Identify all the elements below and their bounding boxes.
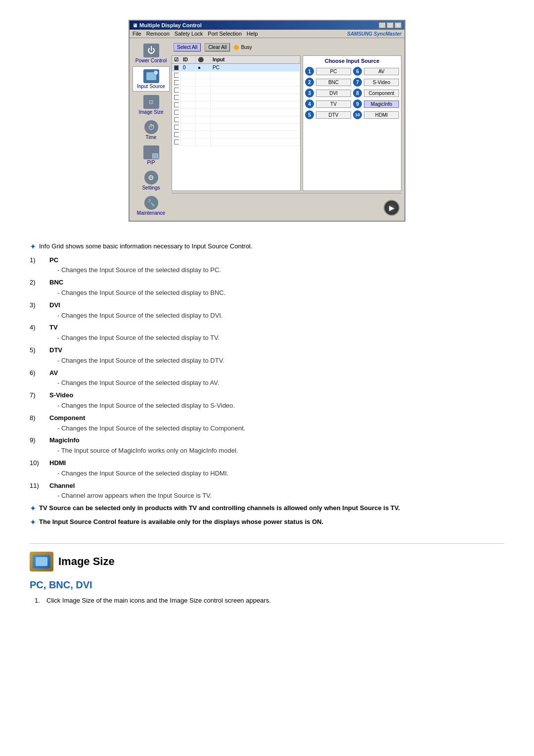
minimize-button[interactable]: _ (379, 22, 386, 28)
input-btn-dvi[interactable]: 3 DVI (305, 89, 351, 97)
input-btn-magicinfo[interactable]: 9 MagicInfo (353, 99, 399, 108)
input-label-tv[interactable]: TV (316, 100, 351, 108)
sidebar-label-power: Power Control (135, 58, 167, 63)
input-label-hdmi[interactable]: HDMI (364, 111, 399, 119)
sidebar-item-maintenance[interactable]: 🔧 Maintenance (133, 193, 170, 218)
table-row[interactable]: 0 ● PC (172, 64, 300, 72)
menu-safety-lock[interactable]: Safety Lock (175, 31, 203, 37)
input-num-10: 10 (353, 110, 362, 119)
doc-item-num: 1) (30, 255, 49, 276)
busy-dot (234, 45, 239, 50)
input-label-component[interactable]: Component (364, 90, 399, 97)
note-text: TV Source can be selected only in produc… (39, 503, 400, 514)
sidebar-item-pip[interactable]: PIP (133, 143, 170, 167)
doc-item-content: DVI - Changes the Input Source of the se… (49, 300, 504, 321)
input-btn-pc[interactable]: 1 PC (305, 67, 351, 76)
doc-items: 1) PC - Changes the Input Source of the … (30, 255, 504, 502)
input-label-svideo[interactable]: S-Video (364, 79, 399, 86)
icon-inner (33, 555, 50, 568)
input-label-av[interactable]: AV (364, 68, 399, 75)
title-bar: 🖥 Multiple Display Control _ □ × (130, 21, 404, 30)
doc-item-desc: - The Input source of MagicInfo works on… (49, 446, 504, 456)
step-1: 1. Click Image Size of the main icons an… (30, 597, 504, 604)
star-icon: ✦ (30, 502, 36, 515)
doc-item-content: AV - Changes the Input Source of the sel… (49, 368, 504, 389)
input-btn-dtv[interactable]: 5 DTV (305, 110, 351, 119)
col-id: ID (181, 56, 196, 63)
row-checkbox[interactable] (172, 64, 181, 71)
icon-screen (36, 557, 47, 566)
doc-item-num: 4) (30, 323, 49, 343)
input-btn-component[interactable]: 8 Component (353, 89, 399, 97)
table-row (172, 116, 300, 124)
app-screenshot: 🖥 Multiple Display Control _ □ × File Re… (129, 20, 405, 222)
input-label-dvi[interactable]: DVI (316, 90, 351, 97)
input-btn-hdmi[interactable]: 10 HDMI (353, 110, 399, 119)
image-size-title: Image Size (58, 555, 115, 568)
main-content: Select All Clear All Busy ☑ ID ⚫ Input (172, 41, 401, 218)
input-btn-tv[interactable]: 4 TV (305, 99, 351, 108)
doc-item-content: Channel - Channel arrow appears when the… (49, 481, 504, 502)
busy-label: Busy (241, 45, 252, 50)
input-label-magicinfo[interactable]: MagicInfo (364, 100, 399, 108)
doc-item-content: BNC - Changes the Input Source of the se… (49, 278, 504, 298)
input-btn-svideo[interactable]: 7 S-Video (353, 78, 399, 87)
input-num-3: 3 (305, 89, 314, 97)
input-label-bnc[interactable]: BNC (316, 79, 351, 86)
doc-item-content: DTV - Changes the Input Source of the se… (49, 345, 504, 366)
menu-file[interactable]: File (133, 31, 141, 37)
input-num-1: 1 (305, 67, 314, 76)
menu-remocon[interactable]: Remocon (146, 31, 170, 37)
input-label-pc[interactable]: PC (316, 68, 351, 75)
sidebar-item-settings[interactable]: ⚙ Settings (133, 168, 170, 192)
apply-button[interactable]: ▶ (384, 200, 400, 216)
doc-item-content: HDMI - Changes the Input Source of the s… (49, 458, 504, 479)
maximize-button[interactable]: □ (387, 22, 394, 28)
col-checkbox: ☑ (172, 56, 181, 63)
pip-icon (142, 145, 160, 160)
doc-item-num: 11) (30, 481, 49, 502)
doc-note-2: ✦ The Input Source Control feature is av… (30, 517, 504, 529)
input-label-dtv[interactable]: DTV (316, 111, 351, 119)
input-source-panel: Choose Input Source 1 PC 6 AV (303, 55, 401, 191)
input-source-title: Choose Input Source (305, 58, 399, 64)
table-row (172, 124, 300, 131)
star-icon: ✦ (30, 516, 36, 529)
table-row (172, 109, 300, 116)
sidebar-item-power-control[interactable]: ⏻ Power Control (133, 41, 170, 65)
input-num-6: 6 (353, 67, 362, 76)
menu-port-selection[interactable]: Port Selection (208, 31, 241, 37)
sidebar-item-input-source[interactable]: Input Source (133, 66, 170, 92)
select-all-button[interactable]: Select All (174, 43, 201, 51)
time-icon: ⏱ (142, 120, 160, 135)
doc-item-desc: - Changes the Input Source of the select… (49, 356, 504, 366)
doc-item-5: 5) DTV - Changes the Input Source of the… (30, 345, 504, 366)
sidebar: ⏻ Power Control Input Source ⊡ Image Siz… (133, 41, 170, 218)
doc-item-num: 5) (30, 345, 49, 366)
table-row (172, 101, 300, 109)
doc-item-desc: - Changes the Input Source of the select… (49, 265, 504, 276)
sidebar-item-image-size[interactable]: ⊡ Image Size (133, 93, 170, 117)
doc-item-num: 6) (30, 368, 49, 389)
doc-item-10: 10) HDMI - Changes the Input Source of t… (30, 458, 504, 479)
doc-item-11: 11) Channel - Channel arrow appears when… (30, 481, 504, 502)
input-num-2: 2 (305, 78, 314, 87)
sidebar-label-input-source: Input Source (137, 84, 165, 89)
sidebar-item-time[interactable]: ⏱ Time (133, 118, 170, 142)
input-num-9: 9 (353, 99, 362, 108)
doc-item-6: 6) AV - Changes the Input Source of the … (30, 368, 504, 389)
menu-help[interactable]: Help (247, 31, 258, 37)
doc-item-content: TV - Changes the Input Source of the sel… (49, 323, 504, 343)
sidebar-label-pip: PIP (147, 160, 155, 165)
step-text: Click Image Size of the main icons and t… (46, 597, 271, 604)
table-row (172, 94, 300, 101)
doc-item-num: 8) (30, 413, 49, 434)
clear-all-button[interactable]: Clear All (205, 43, 230, 51)
doc-item-1: 1) PC - Changes the Input Source of the … (30, 255, 504, 276)
doc-item-8: 8) Component - Changes the Input Source … (30, 413, 504, 434)
input-btn-bnc[interactable]: 2 BNC (305, 78, 351, 87)
doc-item-num: 7) (30, 390, 49, 411)
input-btn-av[interactable]: 6 AV (353, 67, 399, 76)
doc-item-content: MagicInfo - The Input source of MagicInf… (49, 435, 504, 456)
close-button[interactable]: × (395, 22, 401, 28)
